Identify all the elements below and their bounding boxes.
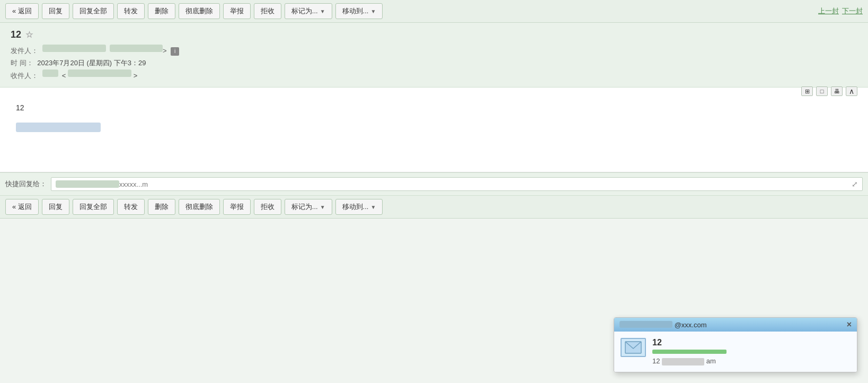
reply-button-bottom[interactable]: 回复 [42,199,69,215]
move-to-arrow-bottom: ▼ [370,204,376,210]
email-body: 12 [0,88,868,172]
print-icon[interactable]: 🖶 [831,86,843,96]
reject-button-bottom[interactable]: 拒收 [254,199,281,215]
move-to-dropdown-arrow: ▼ [370,8,376,14]
bottom-toolbar: « 返回 回复 回复全部 转发 删除 彻底删除 举报 拒收 标记为... ▼ 移… [0,196,868,219]
email-header: 12 ☆ 发件人： > i 时 间： 2023年7月20日 (星期四) 下午3：… [0,23,868,88]
forward-button-bottom[interactable]: 转发 [117,199,145,215]
forward-button-top[interactable]: 转发 [117,3,145,19]
email-meta: 发件人： > i 时 间： 2023年7月20日 (星期四) 下午3：29 收件… [11,45,857,82]
next-email-link[interactable]: 下一封 [842,6,863,16]
quick-reply-box[interactable]: ⤢ [51,177,863,191]
window-icon[interactable]: □ [816,86,828,96]
report-button-top[interactable]: 举报 [223,3,251,19]
email-subject-row: 12 ☆ [11,29,857,40]
info-icon[interactable]: i [171,47,179,56]
move-to-button-bottom[interactable]: 移动到... ▼ [335,199,383,215]
time-label: 时 间： [11,59,33,67]
to-name [42,69,58,77]
sender-email: > [108,47,169,55]
delete-button-top[interactable]: 删除 [148,3,175,19]
nav-links: 上一封 下一封 [818,6,863,16]
from-label: 发件人： [11,47,38,55]
expand-icon[interactable]: ⊞ [801,86,813,96]
back-button-top[interactable]: « 返回 [5,3,39,19]
prev-email-link[interactable]: 上一封 [818,6,839,16]
quick-reply-area: 快捷回复给： ⤢ [0,172,868,196]
move-to-button-top[interactable]: 移动到... ▼ [335,3,383,19]
quick-reply-label: 快捷回复给： [5,179,47,189]
mark-as-button-bottom[interactable]: 标记为... ▼ [285,199,332,215]
sender-name[interactable] [42,45,106,52]
delete-forever-button-bottom[interactable]: 彻底删除 [179,199,220,215]
report-button-bottom[interactable]: 举报 [223,199,251,215]
to-row: 收件人： < > [11,69,857,82]
reply-all-button-bottom[interactable]: 回复全部 [73,199,114,215]
to-label: 收件人： [11,72,38,80]
mark-as-arrow-bottom: ▼ [320,204,325,210]
collapse-icon[interactable]: ∧ [846,86,857,96]
back-button-bottom[interactable]: « 返回 [5,199,39,215]
quick-reply-recipient [56,180,119,188]
time-row: 时 间： 2023年7月20日 (星期四) 下午3：29 [11,57,857,69]
mark-as-button-top[interactable]: 标记为... ▼ [285,3,332,19]
email-subject-text: 12 [11,29,21,40]
quick-reply-input[interactable] [119,180,852,188]
reply-button-top[interactable]: 回复 [42,3,69,19]
time-value: 2023年7月20日 (星期四) 下午3：29 [37,59,146,67]
delete-forever-button-top[interactable]: 彻底删除 [179,3,220,19]
top-toolbar: « 返回 回复 回复全部 转发 删除 彻底删除 举报 拒收 标记为... ▼ 移… [0,0,868,23]
reject-button-top[interactable]: 拒收 [254,3,281,19]
star-icon[interactable]: ☆ [25,30,33,40]
to-email [68,69,131,77]
from-row: 发件人： > i [11,45,857,57]
header-action-icons: ⊞ □ 🖶 ∧ [801,86,857,96]
email-content-text: 12 [16,103,852,112]
email-signature [16,123,101,132]
reply-all-button-top[interactable]: 回复全部 [73,3,114,19]
delete-button-bottom[interactable]: 删除 [148,199,175,215]
expand-reply-icon[interactable]: ⤢ [852,180,858,188]
mark-as-dropdown-arrow: ▼ [320,8,325,14]
